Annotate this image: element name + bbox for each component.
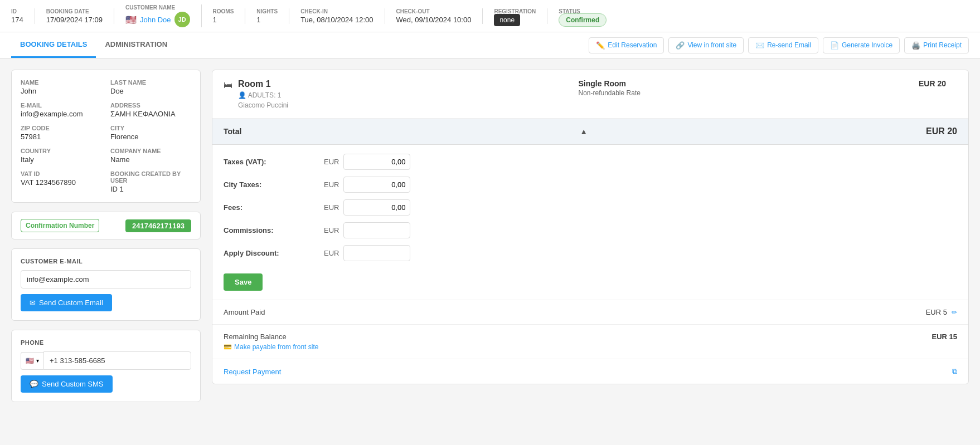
header-booking-date: BOOKING DATE 17/09/2024 17:09 xyxy=(46,8,114,24)
total-label: Total xyxy=(224,127,241,136)
header-checkout-value: Wed, 09/10/2024 10:00 xyxy=(396,16,472,24)
us-flag-icon: 🇺🇸 xyxy=(26,357,34,365)
print-icon: 🖨️ xyxy=(911,41,920,50)
city-taxes-label: City Taxes: xyxy=(224,180,324,189)
header-booking-date-label: BOOKING DATE xyxy=(46,8,103,14)
make-payable-link[interactable]: 💳 Make payable from front site xyxy=(224,343,318,351)
email-send-icon: ✉ xyxy=(30,299,36,307)
resend-email-button[interactable]: ✉️ Re-send Email xyxy=(748,37,818,53)
main-content: Name John Last Name Doe e-Mail info@exam… xyxy=(0,58,980,437)
info-company: Company Name Name xyxy=(110,148,191,164)
phone-country-selector[interactable]: 🇺🇸 ▾ xyxy=(21,352,43,370)
header-rooms-label: ROOMS xyxy=(213,8,234,14)
sms-icon: 💬 xyxy=(30,380,38,388)
header-status: STATUS Confirmed xyxy=(559,8,618,24)
header-nights-value: 1 xyxy=(256,16,278,24)
view-front-site-button[interactable]: 🔗 View in front site xyxy=(668,37,744,53)
header-customer-name: CUSTOMER NAME 🇺🇸 John Doe JD xyxy=(125,4,202,27)
info-city: City Florence xyxy=(110,125,191,141)
amount-edit-icon[interactable]: ✏ xyxy=(952,309,957,316)
credit-card-icon: 💳 xyxy=(224,343,232,351)
total-section: Total ▲ EUR 20 xyxy=(212,119,968,145)
tab-booking-details[interactable]: BOOKING DETAILS xyxy=(11,32,96,58)
city-taxes-input[interactable] xyxy=(343,177,410,193)
header-status-value: Confirmed xyxy=(559,16,607,24)
header-checkin-label: CHECK-IN xyxy=(300,8,373,14)
commissions-row: Commissions: EUR xyxy=(224,222,957,238)
send-custom-email-button[interactable]: ✉ Send Custom Email xyxy=(21,294,112,311)
edit-icon: ✏️ xyxy=(596,41,605,50)
send-custom-sms-button[interactable]: 💬 Send Custom SMS xyxy=(21,375,113,393)
header-customer-name-value: 🇺🇸 John Doe JD xyxy=(125,12,190,27)
info-vat: VAT ID VAT 1234567890 xyxy=(21,170,101,193)
request-payment-external-icon[interactable]: ⧉ xyxy=(952,367,957,376)
status-badge: Confirmed xyxy=(559,13,607,27)
room-price: EUR 20 xyxy=(919,79,957,88)
taxes-vat-currency: EUR xyxy=(324,158,339,166)
phone-input-row: 🇺🇸 ▾ xyxy=(21,351,191,370)
room-header: 🛏 Room 1 👤 ADULTS: 1 Giacomo Puccini Sin… xyxy=(212,70,968,119)
room-guest-name: Giacomo Puccini xyxy=(238,101,567,109)
customer-avatar: JD xyxy=(174,12,190,27)
request-payment-row: Request Payment ⧉ xyxy=(212,359,968,384)
total-value: EUR 20 xyxy=(926,126,957,136)
room-title: Room 1 xyxy=(238,79,567,89)
customer-email-section-title: CUSTOMER E-MAIL xyxy=(21,258,191,265)
person-icon: 👤 xyxy=(238,91,246,99)
header-registration-label: REGISTRATION xyxy=(494,8,536,14)
fees-currency: EUR xyxy=(324,203,339,212)
fees-input[interactable] xyxy=(343,199,410,216)
left-panel: Name John Last Name Doe e-Mail info@exam… xyxy=(11,70,201,426)
header-checkin-value: Tue, 08/10/2024 12:00 xyxy=(300,16,373,24)
header-nights: NIGHTS 1 xyxy=(256,8,289,24)
discount-input[interactable] xyxy=(343,245,410,261)
city-taxes-row: City Taxes: EUR xyxy=(224,177,957,193)
remaining-balance-value: EUR 15 xyxy=(932,332,957,341)
fees-row: Fees: EUR xyxy=(224,199,957,216)
info-address: Address ΣΑΜΗ ΚΕΦΑΛΟΝΙΑ xyxy=(110,102,191,118)
header-id: ID 174 xyxy=(11,8,35,24)
taxes-vat-row: Taxes (VAT): EUR xyxy=(224,154,957,170)
request-payment-link[interactable]: Request Payment xyxy=(224,368,281,376)
remaining-balance-row: Remaining Balance 💳 Make payable from fr… xyxy=(212,325,968,359)
external-link-icon: 🔗 xyxy=(676,41,685,50)
edit-reservation-button[interactable]: ✏️ Edit Reservation xyxy=(589,37,664,53)
save-totals-button[interactable]: Save xyxy=(224,273,263,291)
customer-flag-icon: 🇺🇸 xyxy=(125,14,137,25)
header-nights-label: NIGHTS xyxy=(256,8,278,14)
collapse-chevron-icon[interactable]: ▲ xyxy=(580,127,588,136)
tab-administration[interactable]: ADMINISTRATION xyxy=(96,32,176,58)
confirmation-card: Confirmation Number 2417462171193 xyxy=(11,212,201,239)
header-rooms: ROOMS 1 xyxy=(213,8,246,24)
info-booking-user: Booking created by User ID 1 xyxy=(110,170,191,193)
info-name: Name John xyxy=(21,79,101,95)
info-zip: Zip Code 57981 xyxy=(21,125,101,141)
fees-label: Fees: xyxy=(224,203,324,212)
taxes-vat-label: Taxes (VAT): xyxy=(224,158,324,166)
header-registration-value: none xyxy=(494,16,536,24)
remaining-balance-label: Remaining Balance xyxy=(224,332,318,341)
phone-number-input[interactable] xyxy=(43,351,191,370)
customer-email-card: CUSTOMER E-MAIL ✉ Send Custom Email xyxy=(11,248,201,321)
generate-invoice-button[interactable]: 📄 Generate Invoice xyxy=(823,37,900,53)
taxes-vat-input[interactable] xyxy=(343,154,410,170)
tab-bar: BOOKING DETAILS ADMINISTRATION ✏️ Edit R… xyxy=(0,32,980,58)
email-icon: ✉️ xyxy=(755,41,764,50)
tab-actions: ✏️ Edit Reservation 🔗 View in front site… xyxy=(589,37,969,53)
room-card: 🛏 Room 1 👤 ADULTS: 1 Giacomo Puccini Sin… xyxy=(212,70,969,384)
header-checkin: CHECK-IN Tue, 08/10/2024 12:00 xyxy=(300,8,385,24)
confirmation-number: 2417462171193 xyxy=(125,219,191,232)
city-taxes-currency: EUR xyxy=(324,180,339,189)
header-customer-name-label: CUSTOMER NAME xyxy=(125,4,190,11)
info-last-name: Last Name Doe xyxy=(110,79,191,95)
customer-info-card: Name John Last Name Doe e-Mail info@exam… xyxy=(11,70,201,203)
phone-card: PHONE 🇺🇸 ▾ 💬 Send Custom SMS xyxy=(11,330,201,402)
discount-label: Apply Discount: xyxy=(224,249,324,257)
room-title-block: Room 1 👤 ADULTS: 1 Giacomo Puccini xyxy=(238,79,567,109)
header-booking-date-value: 17/09/2024 17:09 xyxy=(46,16,103,24)
info-email: e-Mail info@example.com xyxy=(21,102,101,118)
customer-email-input[interactable] xyxy=(21,270,191,288)
print-receipt-button[interactable]: 🖨️ Print Receipt xyxy=(904,37,969,53)
commissions-input[interactable] xyxy=(343,222,410,238)
header-id-label: ID xyxy=(11,8,23,14)
